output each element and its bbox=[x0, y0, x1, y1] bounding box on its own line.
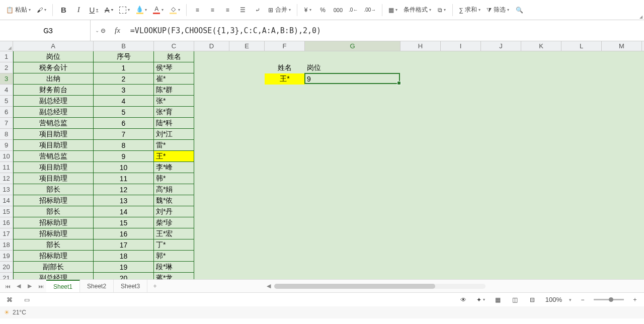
row-header-12[interactable]: 12 bbox=[0, 173, 13, 184]
macro-record-button[interactable]: ⌘ bbox=[3, 293, 16, 306]
cell-A10[interactable]: 营销总监 bbox=[13, 151, 94, 162]
column-header-C[interactable]: C bbox=[154, 41, 194, 51]
row-header-21[interactable]: 21 bbox=[0, 273, 13, 279]
cell-C19[interactable]: 郭* bbox=[154, 251, 194, 262]
cell-B3[interactable]: 2 bbox=[94, 73, 154, 85]
cell-B21[interactable]: 20 bbox=[94, 273, 154, 279]
cell-B8[interactable]: 7 bbox=[94, 129, 154, 140]
cell-C1[interactable]: 姓名 bbox=[154, 51, 194, 62]
cell-A1[interactable]: 岗位 bbox=[13, 51, 94, 62]
cell-A15[interactable]: 部长 bbox=[13, 206, 94, 217]
row-header-10[interactable]: 10 bbox=[0, 151, 13, 162]
cell-B2[interactable]: 1 bbox=[94, 62, 154, 73]
page-break-button[interactable]: ⊟ bbox=[526, 294, 538, 305]
align-center-button[interactable]: ≡ bbox=[206, 4, 219, 17]
cell-B13[interactable]: 12 bbox=[94, 184, 154, 195]
cell-B10[interactable]: 9 bbox=[94, 151, 154, 162]
row-header-4[interactable]: 4 bbox=[0, 85, 13, 96]
cell-B5[interactable]: 4 bbox=[94, 96, 154, 107]
merge-button[interactable]: ⊞ 合并 ▾ bbox=[266, 4, 292, 17]
row-header-16[interactable]: 16 bbox=[0, 217, 13, 228]
increase-decimal-button[interactable]: .0← bbox=[347, 4, 360, 17]
column-header-H[interactable]: H bbox=[400, 41, 441, 51]
name-box-input[interactable] bbox=[4, 27, 92, 35]
row-header-1[interactable]: 1 bbox=[0, 51, 13, 62]
cell-B14[interactable]: 13 bbox=[94, 195, 154, 206]
conditional-format-button[interactable]: 条件格式▾ bbox=[401, 4, 433, 17]
filter-button[interactable]: ⧩ 筛选▾ bbox=[485, 4, 511, 17]
cell-C2[interactable]: 侯*琴 bbox=[154, 62, 194, 73]
cell-B16[interactable]: 15 bbox=[94, 217, 154, 228]
cell-C15[interactable]: 刘*丹 bbox=[154, 206, 194, 217]
cell-C9[interactable]: 雷* bbox=[154, 140, 194, 151]
row-header-13[interactable]: 13 bbox=[0, 184, 13, 195]
italic-button[interactable]: I bbox=[72, 4, 85, 17]
cell-B11[interactable]: 10 bbox=[94, 162, 154, 173]
cell-C5[interactable]: 张* bbox=[154, 96, 194, 107]
highlight-color-button[interactable]: 💧 ▾ bbox=[134, 4, 149, 17]
ribbon-resize-icon[interactable]: ◢ bbox=[639, 15, 642, 19]
sheet-tab-sheet2[interactable]: Sheet2 bbox=[80, 280, 114, 292]
cell-C21[interactable]: 蒋*龙 bbox=[154, 273, 194, 279]
row-header-20[interactable]: 20 bbox=[0, 262, 13, 273]
cell-A3[interactable]: 出纳 bbox=[13, 73, 94, 85]
column-header-K[interactable]: K bbox=[521, 41, 561, 51]
cell-B7[interactable]: 6 bbox=[94, 118, 154, 129]
scrollbar-thumb[interactable] bbox=[274, 284, 435, 289]
currency-button[interactable]: ¥▾ bbox=[301, 4, 314, 17]
cell-C12[interactable]: 韩* bbox=[154, 173, 194, 184]
sum-button[interactable]: ∑ 求和▾ bbox=[457, 4, 482, 17]
row-header-15[interactable]: 15 bbox=[0, 206, 13, 217]
cell-A7[interactable]: 营销总监 bbox=[13, 118, 94, 129]
cell-A19[interactable]: 招标助理 bbox=[13, 251, 94, 262]
cell-B12[interactable]: 11 bbox=[94, 173, 154, 184]
column-header-M[interactable]: M bbox=[602, 41, 642, 51]
cell-A18[interactable]: 部长 bbox=[13, 239, 94, 251]
align-right-button[interactable]: ≡ bbox=[221, 4, 234, 17]
font-color-button[interactable]: A ▾ bbox=[151, 4, 166, 17]
cell-C17[interactable]: 王*宏 bbox=[154, 228, 194, 239]
bold-button[interactable]: B bbox=[57, 4, 70, 17]
row-col-button[interactable]: ▦▾ bbox=[386, 4, 399, 17]
sheet-tab-sheet1[interactable]: Sheet1 bbox=[46, 280, 80, 292]
paste-button[interactable]: 📋 粘贴 ▾ bbox=[4, 4, 33, 17]
cell-A16[interactable]: 招标助理 bbox=[13, 217, 94, 228]
cell-G2[interactable]: 岗位 bbox=[305, 62, 400, 73]
prev-sheet-button[interactable]: ◀ bbox=[13, 281, 24, 292]
crop-button[interactable]: ⧉▾ bbox=[435, 4, 448, 17]
search-button[interactable]: 🔍 bbox=[513, 4, 526, 17]
scroll-left-button[interactable]: ◀ bbox=[263, 281, 274, 292]
comma-button[interactable]: 000 bbox=[332, 4, 345, 17]
cell-B4[interactable]: 3 bbox=[94, 85, 154, 96]
row-header-3[interactable]: 3 bbox=[0, 73, 13, 85]
zoom-out-button[interactable]: − bbox=[577, 294, 589, 305]
column-header-J[interactable]: J bbox=[481, 41, 521, 51]
column-header-F[interactable]: F bbox=[265, 41, 305, 51]
zoom-slider[interactable] bbox=[594, 299, 624, 300]
align-justify-button[interactable]: ☰ bbox=[236, 4, 249, 17]
cell-B9[interactable]: 8 bbox=[94, 140, 154, 151]
cell-C3[interactable]: 崔* bbox=[154, 73, 194, 85]
row-header-5[interactable]: 5 bbox=[0, 96, 13, 107]
cell-F3[interactable]: 王* bbox=[265, 73, 305, 85]
cell-C20[interactable]: 段*琳 bbox=[154, 262, 194, 273]
view-options-button[interactable]: ✦▾ bbox=[474, 294, 487, 305]
align-left-button[interactable]: ≡ bbox=[191, 4, 204, 17]
cell-C14[interactable]: 魏*依 bbox=[154, 195, 194, 206]
column-header-L[interactable]: L bbox=[561, 41, 602, 51]
row-header-17[interactable]: 17 bbox=[0, 228, 13, 239]
wrap-text-button[interactable]: ⤶ bbox=[251, 4, 264, 17]
cell-B18[interactable]: 17 bbox=[94, 239, 154, 251]
cell-B19[interactable]: 18 bbox=[94, 251, 154, 262]
cell-G3[interactable]: 9 bbox=[305, 73, 400, 85]
fx-icon[interactable]: fx bbox=[115, 26, 120, 35]
normal-view-button[interactable]: ▦ bbox=[492, 294, 504, 305]
cell-A9[interactable]: 项目助理 bbox=[13, 140, 94, 151]
percent-button[interactable]: % bbox=[316, 4, 330, 17]
cancel-formula-button[interactable]: ⊖ bbox=[97, 24, 110, 37]
cell-A21[interactable]: 副总经理 bbox=[13, 273, 94, 279]
column-header-I[interactable]: I bbox=[441, 41, 481, 51]
last-sheet-button[interactable]: ⏭ bbox=[35, 281, 46, 292]
column-header-E[interactable]: E bbox=[229, 41, 265, 51]
zoom-in-button[interactable]: ＋ bbox=[629, 294, 641, 305]
